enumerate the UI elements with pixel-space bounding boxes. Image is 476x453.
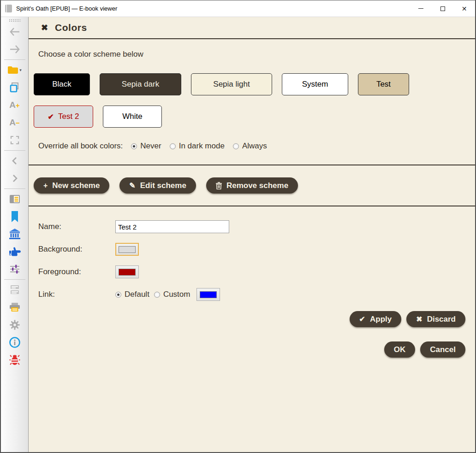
printer-icon [9,302,21,313]
minimize-button[interactable] [410,0,432,17]
scheme-button-test[interactable]: Test [358,73,409,95]
fullscreen-icon [9,135,20,146]
remove-scheme-button[interactable]: Remove scheme [206,177,298,194]
name-row: Name: [38,220,475,233]
preferences-button[interactable] [5,260,25,278]
app-book-icon [5,5,12,12]
plus-icon: + [43,182,48,189]
colors-panel: ✖ Colors Choose a color scheme below Bla… [29,17,475,452]
gear-icon [9,319,21,331]
open-ebook-button[interactable]: ▾ [5,61,25,79]
toolbar-drag-handle[interactable] [9,19,21,22]
fullscreen-button[interactable] [5,131,25,149]
background-row: Background: [38,243,475,256]
link-color-button[interactable] [196,288,220,301]
maximize-icon [440,6,445,11]
folder-dropdown-caret-icon: ▾ [19,68,22,72]
debug-button[interactable] [5,351,25,369]
forward-button[interactable] [5,41,25,58]
back-arrow-icon [9,27,21,37]
link-option-default[interactable]: Default [115,290,149,299]
chevron-right-icon [10,173,19,183]
override-option-in-dark-mode[interactable]: In dark mode [170,141,225,151]
font-decrease-icon: A− [9,118,20,128]
scheme-button-sepia-light[interactable]: Sepia light [191,73,272,95]
table-of-contents-button[interactable] [5,190,25,208]
choose-scheme-label: Choose a color scheme below [38,50,475,59]
bookmark-icon [10,211,20,223]
copy-icon [9,82,21,94]
background-color-swatch [119,246,136,253]
lookup-button[interactable] [5,243,25,260]
next-section-button[interactable] [5,170,25,187]
bug-icon [9,354,20,366]
library-bank-icon [8,228,21,240]
ok-button[interactable]: OK [384,341,416,358]
radio-icon[interactable] [170,143,176,149]
sidebar-separator [4,59,25,60]
info-button[interactable] [5,334,25,351]
scheme-name-input[interactable] [115,220,229,233]
sliders-icon [9,264,21,275]
scheme-button-sepia-dark[interactable]: Sepia dark [100,73,181,95]
foreground-row: Foreground: [38,265,475,278]
link-row: Link: Default Custom [38,288,475,301]
foreground-color-button[interactable] [115,265,139,278]
foreground-label: Foreground: [38,267,115,277]
maximize-button[interactable] [432,0,453,17]
bookmarks-button[interactable] [5,208,25,225]
scheme-button-system[interactable]: System [282,73,348,95]
override-option-always[interactable]: Always [233,141,267,151]
back-button[interactable] [5,23,25,41]
radio-icon[interactable] [233,143,239,149]
chevron-left-icon [10,156,19,166]
inspector-button[interactable] [5,281,25,299]
scheme-edit-form: Name: Background: Foreground: Link: [38,220,475,311]
name-label: Name: [38,222,115,231]
window-title: Spirit's Oath [EPUB] — E-book viewer [16,5,117,12]
scheme-list: Black Sepia dark Sepia light System Test… [29,73,475,128]
info-icon [9,336,21,348]
discard-button[interactable]: ✖ Discard [406,311,465,327]
edit-scheme-button[interactable]: ✎ Edit scheme [119,177,196,194]
override-colors-row: Override all book colors: Never In dark … [38,141,475,151]
foreground-color-swatch [119,269,136,276]
font-decrease-button[interactable]: A− [5,114,25,131]
font-increase-icon: A+ [9,100,20,110]
sidebar-separator [4,150,25,151]
apply-discard-row: ✔ Apply ✖ Discard [29,311,475,327]
cancel-button[interactable]: Cancel [420,341,465,358]
toolbar-sidebar: ▾ A+ A− [1,17,29,452]
minimize-icon [418,8,423,9]
link-color-swatch [200,291,217,298]
print-button[interactable] [5,299,25,316]
sidebar-separator [4,188,25,189]
section-separator [29,206,475,206]
forward-arrow-icon [9,44,21,54]
apply-button[interactable]: ✔ Apply [350,311,402,327]
radio-icon[interactable] [154,292,160,298]
override-option-never[interactable]: Never [131,141,161,151]
new-scheme-button[interactable]: + New scheme [34,177,109,194]
x-icon: ✖ [416,316,422,323]
scheme-button-black[interactable]: Black [34,73,90,95]
link-option-custom[interactable]: Custom [154,290,190,299]
copy-button[interactable] [5,79,25,96]
ok-cancel-row: OK Cancel [29,327,475,358]
panel-close-icon[interactable]: ✖ [41,23,48,33]
override-label: Override all book colors: [38,141,123,151]
selected-check-icon: ✔ [48,112,54,121]
reference-mode-button[interactable] [5,225,25,243]
previous-section-button[interactable] [5,152,25,170]
radio-icon[interactable] [115,292,121,298]
check-icon: ✔ [359,316,365,323]
font-increase-button[interactable]: A+ [5,96,25,114]
pointing-hand-icon [8,246,21,257]
radio-icon[interactable] [131,143,137,149]
scheme-button-test-2[interactable]: ✔Test 2 [34,106,93,128]
link-label: Link: [38,290,115,299]
settings-button[interactable] [5,316,25,334]
close-button[interactable]: ✕ [453,0,475,17]
scheme-button-white[interactable]: White [103,106,162,128]
background-color-button[interactable] [115,243,139,256]
